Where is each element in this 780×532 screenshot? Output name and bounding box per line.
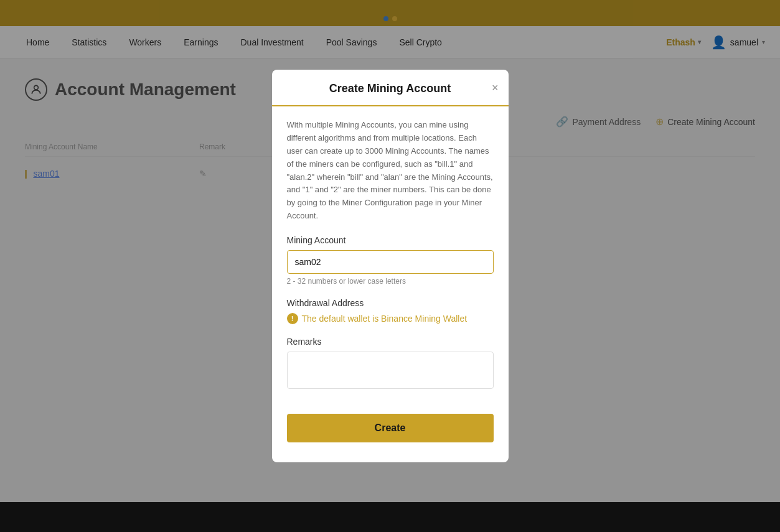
- remarks-input[interactable]: [287, 352, 494, 389]
- modal-title: Create Mining Account: [329, 82, 451, 95]
- remarks-label: Remarks: [287, 337, 494, 347]
- withdrawal-warning-text: The default wallet is Binance Mining Wal…: [302, 314, 468, 324]
- create-mining-account-modal: Create Mining Account × With multiple Mi…: [272, 70, 509, 432]
- remarks-group: Remarks: [287, 337, 494, 391]
- modal-close-button[interactable]: ×: [492, 82, 499, 93]
- modal-description: With multiple Mining Accounts, you can m…: [287, 119, 494, 222]
- modal-body: With multiple Mining Accounts, you can m…: [272, 106, 509, 391]
- withdrawal-warning: ! The default wallet is Binance Mining W…: [287, 313, 494, 324]
- mining-account-hint: 2 - 32 numbers or lower case letters: [287, 277, 494, 286]
- mining-account-group: Mining Account 2 - 32 numbers or lower c…: [287, 235, 494, 286]
- create-button[interactable]: Create: [287, 414, 494, 432]
- modal-overlay[interactable]: Create Mining Account × With multiple Mi…: [0, 0, 780, 432]
- modal-header: Create Mining Account ×: [272, 70, 509, 106]
- mining-account-label: Mining Account: [287, 235, 494, 245]
- warning-icon: !: [287, 313, 298, 324]
- withdrawal-address-group: Withdrawal Address ! The default wallet …: [287, 298, 494, 324]
- mining-account-input[interactable]: [287, 250, 494, 274]
- withdrawal-address-label: Withdrawal Address: [287, 298, 494, 308]
